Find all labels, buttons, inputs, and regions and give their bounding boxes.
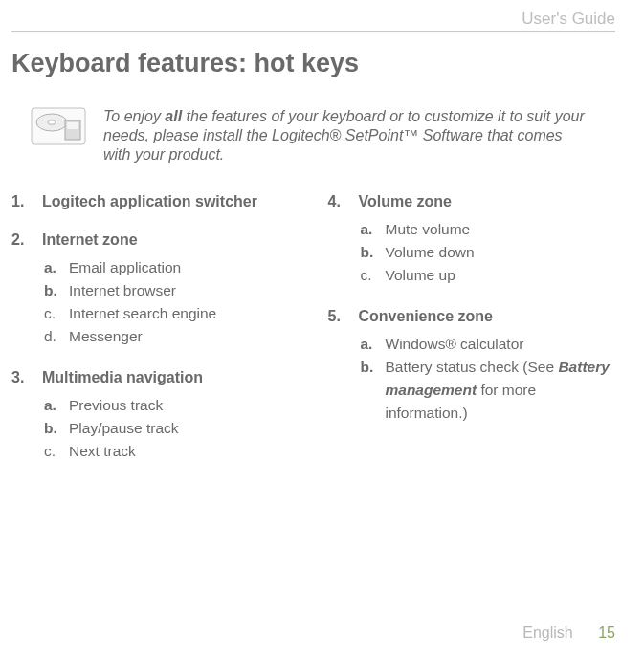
item-letter: c. — [361, 264, 378, 287]
list-item: a. Previous track — [44, 394, 300, 417]
item-letter: c. — [44, 302, 61, 325]
right-column: 4. Volume zone a. Mute volume b. Volume … — [328, 193, 616, 484]
list-item: b. Internet browser — [44, 279, 300, 302]
list-item: a. Windows® calculator — [361, 333, 616, 356]
footer-language: English — [522, 624, 572, 641]
item-text: Email application — [69, 256, 181, 279]
list-item: b. Battery status check (See Battery man… — [361, 356, 616, 425]
item-letter: b. — [361, 356, 378, 425]
item-text: Windows® calculator — [386, 333, 524, 356]
item-text: Internet search engine — [69, 302, 216, 325]
list-item: b. Play/pause track — [44, 417, 300, 440]
section-1: 1. Logitech application switcher — [11, 193, 300, 210]
footer-page-number: 15 — [598, 624, 615, 641]
item-letter: a. — [44, 256, 61, 279]
content-columns: 1. Logitech application switcher 2. Inte… — [11, 193, 615, 484]
doc-title: User's Guide — [522, 10, 615, 28]
svg-point-2 — [48, 120, 56, 125]
section-title: Convenience zone — [359, 308, 493, 325]
section-3: 3. Multimedia navigation a. Previous tra… — [11, 369, 300, 463]
item-letter: b. — [361, 241, 378, 264]
header-bar: User's Guide — [11, 10, 615, 32]
note-pre: To enjoy — [103, 108, 165, 124]
section-number: 3. — [11, 369, 29, 386]
item-letter: a. — [361, 333, 378, 356]
section-number: 2. — [11, 231, 29, 249]
item-text: Play/pause track — [69, 417, 179, 440]
item-text: Battery status check (See Battery manage… — [386, 356, 615, 425]
item-text: Mute volume — [386, 218, 471, 241]
item-letter: a. — [44, 394, 61, 417]
item-letter: a. — [361, 218, 378, 241]
item-text-pre: Battery status check (See — [386, 359, 559, 375]
section-title: Multimedia navigation — [42, 369, 203, 386]
section-2: 2. Internet zone a. Email application b.… — [11, 231, 300, 348]
list-item: a. Mute volume — [361, 218, 616, 241]
item-letter: c. — [44, 440, 61, 463]
item-text: Volume up — [386, 264, 455, 287]
section-number: 5. — [328, 308, 345, 325]
list-item: c. Internet search engine — [44, 302, 300, 325]
item-letter: d. — [44, 325, 61, 348]
section-title: Internet zone — [42, 231, 138, 249]
item-letter: b. — [44, 417, 61, 440]
svg-rect-4 — [67, 122, 78, 129]
cd-install-icon — [31, 107, 86, 145]
list-item: c. Volume up — [361, 264, 616, 287]
note-text: To enjoy all the features of your keyboa… — [103, 107, 591, 164]
list-item: c. Next track — [44, 440, 300, 463]
page-footer: English 15 — [522, 624, 615, 642]
section-4: 4. Volume zone a. Mute volume b. Volume … — [328, 193, 616, 287]
list-item: d. Messenger — [44, 325, 300, 348]
list-item: a. Email application — [44, 256, 300, 279]
list-item: b. Volume down — [361, 241, 616, 264]
left-column: 1. Logitech application switcher 2. Inte… — [11, 193, 300, 484]
section-title: Logitech application switcher — [42, 193, 257, 210]
item-text: Next track — [69, 440, 136, 463]
install-note: To enjoy all the features of your keyboa… — [11, 107, 615, 164]
note-bold: all — [165, 108, 182, 124]
page-title: Keyboard features: hot keys — [11, 49, 615, 78]
item-letter: b. — [44, 279, 61, 302]
item-text: Internet browser — [69, 279, 176, 302]
section-5: 5. Convenience zone a. Windows® calculat… — [328, 308, 616, 425]
item-text: Volume down — [386, 241, 475, 264]
section-number: 1. — [11, 193, 29, 210]
section-number: 4. — [328, 193, 345, 210]
item-text: Messenger — [69, 325, 143, 348]
item-text: Previous track — [69, 394, 163, 417]
section-title: Volume zone — [359, 193, 453, 210]
